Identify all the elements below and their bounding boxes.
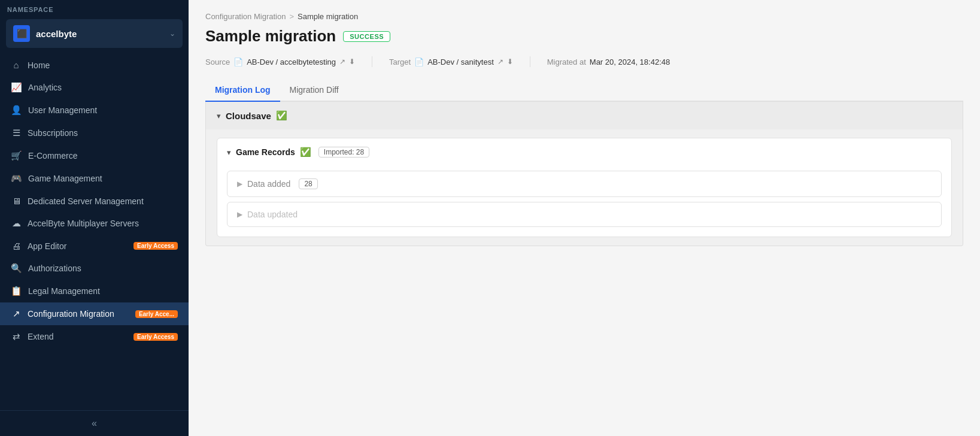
user-management-icon: 👤 <box>11 105 22 116</box>
download-target-icon[interactable]: ⬇ <box>507 57 513 66</box>
meta-row: Source 📄 AB-Dev / accelbytetesting ↗ ⬇ T… <box>205 56 963 67</box>
source-value: AB-Dev / accelbytetesting <box>247 57 336 66</box>
sidebar-item-label: Dedicated Server Management <box>28 196 178 206</box>
sidebar-item-game-management[interactable]: 🎮 Game Management <box>0 167 189 190</box>
meta-source: Source 📄 AB-Dev / accelbytetesting ↗ ⬇ <box>205 57 355 66</box>
extend-icon: ⇄ <box>11 331 22 342</box>
target-value: AB-Dev / sanitytest <box>427 57 494 66</box>
page-title-row: Sample migration SUCCESS <box>205 27 963 46</box>
extend-badge: Early Access <box>134 333 178 341</box>
sidebar-item-ecommerce[interactable]: 🛒 E-Commerce <box>0 144 189 167</box>
breadcrumb-separator: > <box>289 12 294 21</box>
authorizations-icon: 🔍 <box>11 263 22 274</box>
app-editor-icon: 🖨 <box>11 241 22 251</box>
sidebar-item-label: Subscriptions <box>28 128 178 138</box>
meta-target: Target 📄 AB-Dev / sanitytest ↗ ⬇ <box>389 57 513 66</box>
sidebar-item-label: AccelByte Multiplayer Servers <box>28 219 178 228</box>
brand-icon: ⬛ <box>13 25 30 42</box>
ecommerce-icon: 🛒 <box>11 150 22 161</box>
sidebar-item-legal-management[interactable]: 📋 Legal Management <box>0 280 189 302</box>
external-link-icon[interactable]: ↗ <box>339 57 345 66</box>
data-added-count: 28 <box>299 178 317 189</box>
early-access-badge: Early Access <box>134 242 178 250</box>
sidebar-item-label: Authorizations <box>28 264 178 273</box>
source-label: Source <box>205 57 230 66</box>
game-records-imported-badge: Imported: 28 <box>318 147 369 158</box>
game-records-success-icon: ✅ <box>300 147 311 158</box>
subscriptions-icon: ☰ <box>11 128 22 138</box>
brand-selector[interactable]: ⬛ accelbyte ⌄ <box>6 19 183 48</box>
sidebar-item-label: Game Management <box>28 174 178 183</box>
data-updated-chevron-icon: ▶ <box>237 210 242 219</box>
breadcrumb-current: Sample migration <box>298 12 358 21</box>
sidebar-item-label: User Management <box>28 105 178 115</box>
file-icon: 📄 <box>233 57 243 66</box>
tabs-bar: Migration Log Migration Diff <box>205 79 963 102</box>
collapse-sidebar-button[interactable]: « <box>92 418 97 429</box>
sidebar-item-label: App Editor <box>28 241 124 251</box>
sidebar-item-label: Legal Management <box>28 286 178 296</box>
sidebar-item-authorizations[interactable]: 🔍 Authorizations <box>0 257 189 280</box>
sidebar-item-app-editor[interactable]: 🖨 App Editor Early Access <box>0 235 189 257</box>
content-area: Configuration Migration > Sample migrati… <box>189 0 980 436</box>
brand-chevron-icon: ⌄ <box>169 29 175 38</box>
external-link-target-icon[interactable]: ↗ <box>497 57 503 66</box>
sidebar: NAMESPACE ⬛ accelbyte ⌄ ⌂ Home 📈 Analyti… <box>0 0 189 436</box>
game-records-title: Game Records <box>236 147 295 157</box>
migrated-at-label: Migrated at <box>547 57 586 66</box>
tab-migration-log[interactable]: Migration Log <box>205 79 280 102</box>
meta-divider-1 <box>372 56 372 67</box>
config-migration-badge: Early Acce... <box>135 310 178 318</box>
sidebar-item-label: Home <box>28 60 178 70</box>
legal-management-icon: 📋 <box>11 286 22 296</box>
sidebar-item-extend[interactable]: ⇄ Extend Early Access <box>0 325 189 348</box>
namespace-label: NAMESPACE <box>0 0 189 17</box>
game-records-subsection: ▾ Game Records ✅ Imported: 28 ▶ Data add… <box>217 138 952 237</box>
download-source-icon[interactable]: ⬇ <box>349 57 355 66</box>
tab-migration-diff[interactable]: Migration Diff <box>280 79 348 102</box>
analytics-icon: 📈 <box>11 82 22 93</box>
main-content: Configuration Migration > Sample migrati… <box>189 0 980 436</box>
breadcrumb-parent[interactable]: Configuration Migration <box>205 12 286 21</box>
game-management-icon: 🎮 <box>11 173 22 184</box>
sidebar-item-label: E-Commerce <box>28 151 178 161</box>
sidebar-item-label: Analytics <box>28 83 178 92</box>
nav-menu: ⌂ Home 📈 Analytics 👤 User Management ☰ S… <box>0 54 189 410</box>
data-updated-label: Data updated <box>247 210 298 219</box>
game-records-chevron-icon: ▾ <box>227 148 231 157</box>
game-records-content: ▶ Data added 28 ▶ Data updated <box>217 171 951 237</box>
multiplayer-icon: ☁ <box>11 218 22 229</box>
sidebar-item-analytics[interactable]: 📈 Analytics <box>0 76 189 99</box>
migrated-at-value: Mar 20, 2024, 18:42:48 <box>590 57 670 66</box>
target-label: Target <box>389 57 411 66</box>
sidebar-footer: « <box>0 410 189 436</box>
brand-name: accelbyte <box>36 29 77 39</box>
data-added-row[interactable]: ▶ Data added 28 <box>227 171 942 197</box>
sidebar-item-multiplayer[interactable]: ☁ AccelByte Multiplayer Servers <box>0 212 189 235</box>
data-added-label: Data added <box>247 179 290 189</box>
dedicated-server-icon: 🖥 <box>11 196 22 206</box>
meta-migrated-at: Migrated at Mar 20, 2024, 18:42:48 <box>547 57 670 66</box>
cloudsave-title: Cloudsave <box>226 111 271 121</box>
sidebar-item-label: Configuration Migration <box>28 309 126 319</box>
sidebar-item-label: Extend <box>28 332 124 341</box>
page-title: Sample migration <box>205 27 336 46</box>
file-icon-2: 📄 <box>414 57 424 66</box>
game-records-header[interactable]: ▾ Game Records ✅ Imported: 28 <box>217 138 951 166</box>
sidebar-item-subscriptions[interactable]: ☰ Subscriptions <box>0 122 189 144</box>
breadcrumb: Configuration Migration > Sample migrati… <box>205 12 963 21</box>
cloudsave-chevron-icon: ▾ <box>217 111 221 120</box>
config-migration-icon: ↗ <box>11 308 22 319</box>
panel-area: ▾ Cloudsave ✅ ▾ Game Records ✅ Imported:… <box>205 102 963 246</box>
sidebar-item-home[interactable]: ⌂ Home <box>0 54 189 76</box>
brand-left: ⬛ accelbyte <box>13 25 77 42</box>
sidebar-item-user-management[interactable]: 👤 User Management <box>0 99 189 122</box>
cloudsave-section-header[interactable]: ▾ Cloudsave ✅ <box>206 102 963 129</box>
status-badge: SUCCESS <box>343 31 390 42</box>
sidebar-item-config-migration[interactable]: ↗ Configuration Migration Early Acce... <box>0 302 189 325</box>
sidebar-item-dedicated-server[interactable]: 🖥 Dedicated Server Management <box>0 190 189 212</box>
home-icon: ⌂ <box>11 60 22 70</box>
data-added-chevron-icon: ▶ <box>237 180 242 188</box>
cloudsave-success-icon: ✅ <box>276 110 287 121</box>
data-updated-row[interactable]: ▶ Data updated <box>227 202 942 227</box>
